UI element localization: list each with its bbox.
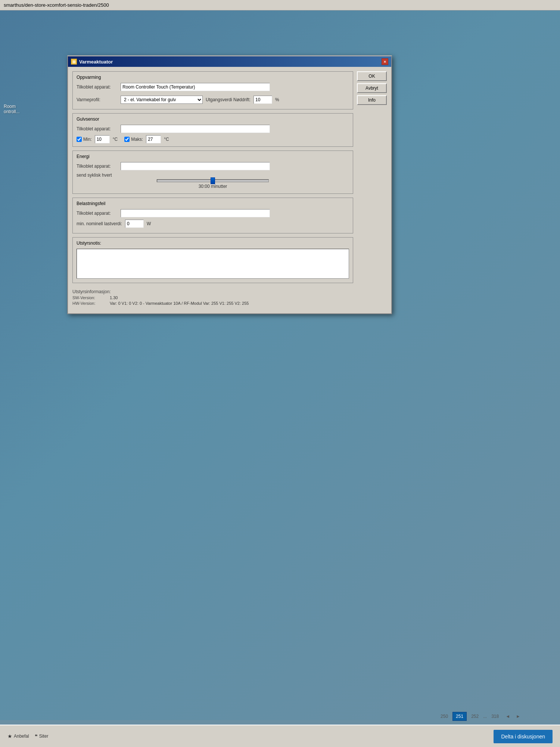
sensor-minmaks-row: Min: °C Maks: °C bbox=[77, 135, 349, 143]
info-header-row: Utstyrsinformasjon: bbox=[72, 289, 353, 294]
info-button[interactable]: Info bbox=[357, 95, 387, 105]
page-252[interactable]: 252 bbox=[468, 712, 482, 720]
window-icon: ⊞ bbox=[71, 59, 77, 65]
min-label: Min: bbox=[83, 137, 92, 142]
tilkoblet-input[interactable] bbox=[121, 83, 270, 91]
utstyrsnotis-title: Utstyrsnotis: bbox=[77, 241, 349, 246]
belastning-tilkoblet-input[interactable] bbox=[121, 209, 270, 217]
dialog-title: Varmeaktuator bbox=[79, 59, 113, 65]
min-input[interactable] bbox=[95, 135, 110, 143]
page-prev-arrow[interactable]: ◄ bbox=[503, 712, 512, 720]
pagination: 250 251 252 ... 318 ◄ ► bbox=[438, 712, 523, 721]
side-label-ntroll: ontroll... bbox=[4, 109, 20, 114]
page-318[interactable]: 318 bbox=[488, 712, 502, 720]
belastningsfeil-title: Belastningsfeil bbox=[77, 201, 349, 206]
utgangsverdi-label: Utgangsverdi Nøddrift: bbox=[206, 97, 251, 102]
slider-label: 30:00 minutter bbox=[199, 184, 227, 189]
siter-icon: ❝ bbox=[35, 733, 38, 739]
desktop: Room ontroll... ⊞ Varmeaktuator × Oppvar… bbox=[0, 10, 560, 720]
taskbar-anbefal[interactable]: ★ Anbefal bbox=[7, 733, 29, 739]
maks-input[interactable] bbox=[146, 135, 161, 143]
utstyrsnotis-section: Utstyrsnotis: bbox=[72, 237, 353, 283]
varmeprofil-row: Varmeprofil: 2 - el. Varmekabel for gulv… bbox=[77, 96, 349, 104]
belastning-tilkoblet-row: Tilkoblet apparat: bbox=[77, 209, 349, 217]
min-unit: °C bbox=[113, 137, 118, 142]
taskbar: ★ Anbefal ❝ Siter bbox=[0, 725, 560, 747]
browser-bar: smarthus/den-store-xcomfort-sensio-trade… bbox=[0, 0, 560, 10]
nominell-unit: W bbox=[147, 221, 151, 226]
side-labels: Room ontroll... bbox=[4, 104, 20, 114]
sw-row: SW-Version: 1.30 bbox=[72, 295, 353, 300]
nøddrift-row: Utgangsverdi Nøddrift: % bbox=[206, 96, 279, 104]
discuss-button[interactable]: Delta i diskusjonen bbox=[494, 730, 553, 743]
oppvarming-title: Oppvarming bbox=[77, 75, 349, 80]
page-251[interactable]: 251 bbox=[452, 712, 467, 721]
anbefal-icon: ★ bbox=[7, 733, 12, 739]
page-next-arrow[interactable]: ► bbox=[514, 712, 523, 720]
hw-value: Var: 0 V1: 0 V2: 0 - Varmeaktuator 10A /… bbox=[110, 301, 249, 306]
min-checkbox[interactable] bbox=[77, 137, 82, 142]
anbefal-label: Anbefal bbox=[14, 734, 29, 739]
utgangsverdi-input[interactable] bbox=[253, 96, 272, 104]
dialog-window: ⊞ Varmeaktuator × Oppvarming Tilkoblet a… bbox=[67, 55, 392, 314]
info-header: Utstyrsinformasjon: bbox=[72, 289, 111, 294]
tilkoblet-label: Tilkoblet apparat: bbox=[77, 84, 118, 90]
page-250[interactable]: 250 bbox=[438, 712, 451, 720]
hw-row: HW-Version: Var: 0 V1: 0 V2: 0 - Varmeak… bbox=[72, 301, 353, 306]
oppvarming-section: Oppvarming Tilkoblet apparat: Varmeprofi… bbox=[72, 71, 353, 109]
maks-checkbox[interactable] bbox=[124, 137, 130, 142]
hw-label: HW-Version: bbox=[72, 301, 106, 306]
energi-tilkoblet-input[interactable] bbox=[121, 162, 270, 170]
slider-track[interactable] bbox=[157, 179, 269, 182]
info-section: Utstyrsinformasjon: SW-Version: 1.30 HW-… bbox=[72, 287, 353, 309]
slider-thumb[interactable] bbox=[211, 177, 215, 184]
varmeprofil-dropdown[interactable]: 2 - el. Varmekabel for gulv bbox=[121, 96, 203, 104]
dialog-content: Oppvarming Tilkoblet apparat: Varmeprofi… bbox=[68, 67, 391, 313]
energi-send-row: send syklisk hvert bbox=[77, 173, 349, 178]
gulvsensor-section: Gulvsensor Tilkoblet apparat: Min: °C bbox=[72, 113, 353, 147]
energi-section: Energi Tilkoblet apparat: send syklisk h… bbox=[72, 151, 353, 194]
slider-container: 30:00 minutter bbox=[77, 178, 349, 190]
gulvsensor-tilkoblet-row: Tilkoblet apparat: bbox=[77, 125, 349, 133]
maks-label: Maks: bbox=[131, 137, 143, 142]
utgangsverdi-unit: % bbox=[275, 97, 279, 102]
taskbar-siter[interactable]: ❝ Siter bbox=[35, 733, 49, 739]
oppvarming-content: Tilkoblet apparat: Varmeprofil: 2 - el. … bbox=[77, 83, 349, 106]
title-left: ⊞ Varmeaktuator bbox=[71, 59, 113, 65]
energi-send-label: send syklisk hvert bbox=[77, 173, 118, 178]
close-button[interactable]: × bbox=[382, 58, 388, 65]
maks-unit: °C bbox=[164, 137, 169, 142]
belastningsfeil-section: Belastningsfeil Tilkoblet apparat: min. … bbox=[72, 198, 353, 233]
utstyrsnotis-textarea[interactable] bbox=[77, 249, 349, 279]
nominell-label: min. nominell lastverdi: bbox=[77, 221, 122, 226]
energi-title: Energi bbox=[77, 154, 349, 159]
page-dots: ... bbox=[483, 714, 487, 719]
gulvsensor-tilkoblet-input[interactable] bbox=[121, 125, 270, 133]
title-bar: ⊞ Varmeaktuator × bbox=[68, 56, 391, 67]
energi-tilkoblet-row: Tilkoblet apparat: bbox=[77, 162, 349, 170]
gulvsensor-tilkoblet-label: Tilkoblet apparat: bbox=[77, 126, 118, 131]
varmeprofil-label: Varmeprofil: bbox=[77, 97, 118, 102]
energi-tilkoblet-label: Tilkoblet apparat: bbox=[77, 164, 118, 169]
maks-checkbox-wrapper: Maks: bbox=[124, 137, 143, 142]
dialog-buttons: OK Avbryt Info bbox=[357, 71, 387, 309]
tilkoblet-row: Tilkoblet apparat: bbox=[77, 83, 349, 91]
nominell-row: min. nominell lastverdi: W bbox=[77, 220, 349, 228]
dialog-main: Oppvarming Tilkoblet apparat: Varmeprofi… bbox=[72, 71, 353, 309]
gulvsensor-title: Gulvsensor bbox=[77, 117, 349, 122]
min-checkbox-wrapper: Min: bbox=[77, 137, 92, 142]
siter-label: Siter bbox=[39, 734, 49, 739]
side-label-room: Room bbox=[4, 104, 20, 109]
belastning-tilkoblet-label: Tilkoblet apparat: bbox=[77, 211, 118, 216]
cancel-button[interactable]: Avbryt bbox=[357, 83, 387, 93]
ok-button[interactable]: OK bbox=[357, 71, 387, 81]
sw-value: 1.30 bbox=[110, 295, 118, 300]
nominell-input[interactable] bbox=[125, 220, 144, 228]
browser-url: smarthus/den-store-xcomfort-sensio-trade… bbox=[4, 2, 109, 8]
sw-label: SW-Version: bbox=[72, 295, 106, 300]
